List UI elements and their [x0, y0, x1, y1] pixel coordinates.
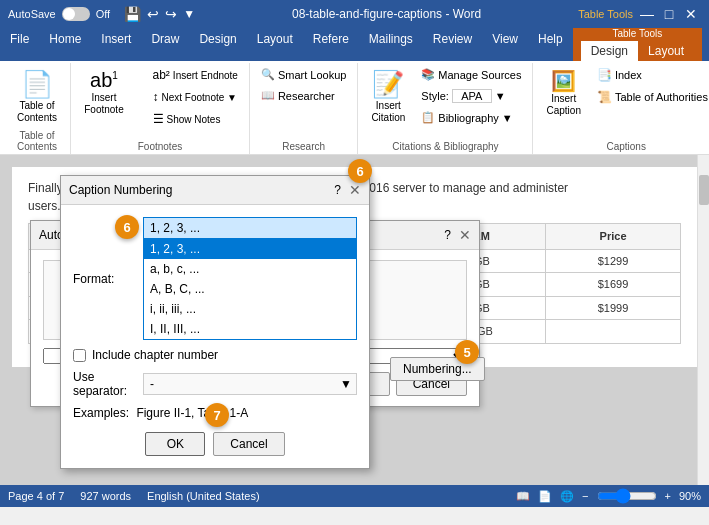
insert-footnote-label: Insert Footnote — [84, 92, 124, 116]
researcher-icon: 📖 — [261, 89, 275, 102]
caption-cancel[interactable]: Cancel — [213, 432, 284, 456]
zoom-slider[interactable] — [597, 488, 657, 504]
title-bar: AutoSave Off 💾 ↩ ↪ ▼ 08-table-and-figure… — [0, 0, 709, 28]
word-count: 927 words — [80, 490, 131, 502]
tab-layout-main[interactable]: Layout — [247, 28, 303, 61]
manage-sources-icon: 📚 — [421, 68, 435, 81]
next-fn-icon: ↕ — [153, 90, 159, 104]
style-value: APA — [452, 89, 492, 103]
group-captions-label: Captions — [539, 139, 709, 154]
tab-help[interactable]: Help — [528, 28, 573, 61]
close-button[interactable]: ✕ — [681, 4, 701, 24]
view-read-icon[interactable]: 📖 — [516, 490, 530, 503]
caption-close[interactable]: ✕ — [349, 182, 361, 198]
toa-label: Table of Authorities — [615, 91, 708, 103]
page-indicator: Page 4 of 7 — [8, 490, 64, 502]
manage-sources-label: Manage Sources — [438, 69, 521, 81]
format-option-1[interactable]: a, b, c, ... — [144, 259, 356, 279]
redo-icon[interactable]: ↪ — [165, 6, 177, 22]
tab-draw[interactable]: Draw — [141, 28, 189, 61]
endnote-label: Insert Endnote — [173, 70, 238, 81]
index-button[interactable]: 📑 Index — [592, 65, 709, 85]
status-right: 📖 📄 🌐 − + 90% — [516, 488, 701, 504]
tab-layout[interactable]: Layout — [638, 41, 694, 61]
minimize-button[interactable]: — — [637, 4, 657, 24]
view-print-icon[interactable]: 📄 — [538, 490, 552, 503]
citations-extras: 📚 Manage Sources Style: APA ▼ 📋 Bibliogr… — [416, 65, 526, 127]
tab-references[interactable]: Refere — [303, 28, 359, 61]
zoom-level: 90% — [679, 490, 701, 502]
tab-insert[interactable]: Insert — [91, 28, 141, 61]
manage-sources-button[interactable]: 📚 Manage Sources — [416, 65, 526, 84]
tab-view[interactable]: View — [482, 28, 528, 61]
insert-endnote-button[interactable]: ab² Insert Endnote — [148, 65, 243, 85]
view-web-icon[interactable]: 🌐 — [560, 490, 574, 503]
caption-footer: OK Cancel — [73, 432, 357, 456]
customize-icon[interactable]: ▼ — [183, 7, 195, 21]
researcher-label: Researcher — [278, 90, 335, 102]
bibliography-button[interactable]: 📋 Bibliography ▼ — [416, 108, 526, 127]
ribbon-tabs: File Home Insert Draw Design Layout Refe… — [0, 28, 709, 61]
caption-label: Insert Caption — [546, 93, 580, 117]
chapter-checkbox[interactable] — [73, 349, 86, 362]
show-notes-button[interactable]: ☰ Show Notes — [148, 109, 243, 129]
undo-icon[interactable]: ↩ — [147, 6, 159, 22]
caption-help[interactable]: ? — [334, 183, 341, 197]
tab-file[interactable]: File — [0, 28, 39, 61]
vertical-scrollbar[interactable] — [697, 155, 709, 485]
group-citations: 📝 Insert Citation 📚 Manage Sources Style… — [358, 63, 533, 154]
zoom-out-icon[interactable]: − — [582, 490, 588, 502]
status-bar: Page 4 of 7 927 words English (United St… — [0, 485, 709, 507]
autosave-label: AutoSave — [8, 8, 56, 20]
format-option-3[interactable]: i, ii, iii, ... — [144, 299, 356, 319]
caption-ok[interactable]: OK — [145, 432, 205, 456]
format-option-4[interactable]: I, II, III, ... — [144, 319, 356, 339]
format-selected[interactable]: 1, 2, 3, ... — [143, 217, 357, 239]
separator-dropdown[interactable]: - ▼ — [143, 373, 357, 395]
style-dropdown[interactable]: Style: APA ▼ — [416, 86, 526, 106]
autosave-toggle[interactable] — [62, 7, 90, 21]
separator-chevron: ▼ — [340, 377, 352, 391]
zoom-in-icon[interactable]: + — [665, 490, 671, 502]
maximize-button[interactable]: □ — [659, 4, 679, 24]
group-research: 🔍 Smart Lookup 📖 Researcher Research — [250, 63, 358, 154]
step-badge-6-dialog: 6 — [115, 215, 139, 239]
tab-mailings[interactable]: Mailings — [359, 28, 423, 61]
scrollbar-thumb[interactable] — [699, 175, 709, 205]
index-label: Index — [615, 69, 642, 81]
bibliography-icon: 📋 — [421, 111, 435, 124]
smart-lookup-label: Smart Lookup — [278, 69, 346, 81]
tab-review[interactable]: Review — [423, 28, 482, 61]
autocaption-help[interactable]: ? — [444, 228, 451, 242]
caption-body: Format: 1, 2, 3, ... 1, 2, 3, ... a, b, … — [61, 205, 369, 468]
examples-label: Examples: — [73, 406, 129, 420]
separator-row: Use separator: - ▼ — [73, 370, 357, 398]
bibliography-label: Bibliography — [438, 112, 499, 124]
index-icon: 📑 — [597, 68, 612, 82]
format-option-0[interactable]: 1, 2, 3, ... — [144, 239, 356, 259]
insert-footnote-button[interactable]: ab1 Insert Footnote — [77, 65, 131, 120]
table-tools-indicator: Table Tools — [578, 8, 633, 20]
tab-home[interactable]: Home — [39, 28, 91, 61]
group-research-top: 🔍 Smart Lookup 📖 Researcher — [256, 65, 351, 139]
language-indicator: English (United States) — [147, 490, 260, 502]
table-of-contents-button[interactable]: 📄 Table of Contents — [10, 65, 64, 128]
window-controls: — □ ✕ — [637, 4, 701, 24]
format-label: Format: — [73, 272, 143, 286]
insert-citation-button[interactable]: 📝 Insert Citation — [364, 65, 412, 128]
table-of-authorities-button[interactable]: 📜 Table of Authorities — [592, 87, 709, 107]
toc-label: Table of Contents — [17, 100, 57, 124]
next-footnote-button[interactable]: ↕ Next Footnote ▼ — [148, 87, 243, 107]
smart-lookup-button[interactable]: 🔍 Smart Lookup — [256, 65, 351, 84]
researcher-button[interactable]: 📖 Researcher — [256, 86, 351, 105]
col-price: Price — [546, 224, 681, 250]
tab-design-main[interactable]: Design — [189, 28, 246, 61]
step-badge-5: 5 — [455, 340, 479, 364]
autocaption-close[interactable]: ✕ — [459, 227, 471, 243]
group-toc-label: Table of Contents — [10, 128, 64, 154]
save-icon[interactable]: 💾 — [124, 6, 141, 22]
tab-design[interactable]: Design — [581, 41, 638, 61]
insert-caption-button[interactable]: 🖼️ Insert Caption — [539, 65, 587, 121]
format-option-2[interactable]: A, B, C, ... — [144, 279, 356, 299]
next-fn-label: Next Footnote ▼ — [162, 92, 238, 103]
